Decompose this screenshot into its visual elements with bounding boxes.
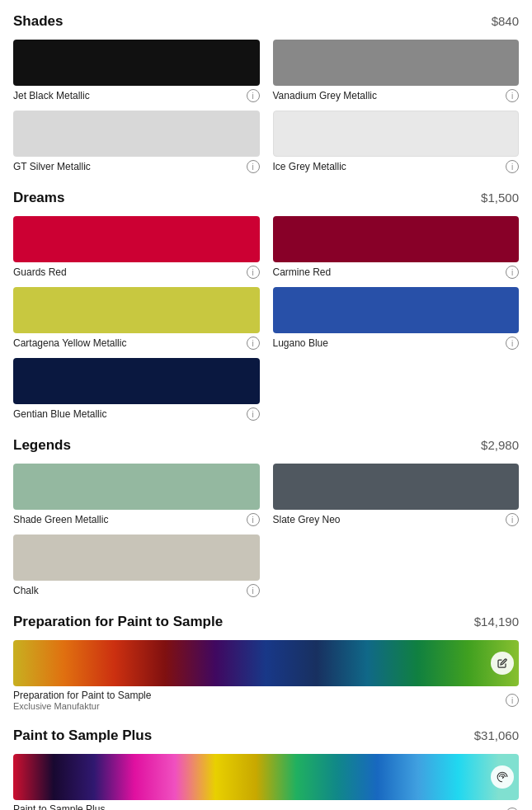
gt-silver-label: GT Silver Metallic [13,161,91,172]
gentian-blue-label: Gentian Blue Metallic [13,408,106,420]
carmine-red-label: Carmine Red [273,266,332,278]
shades-grid: Jet Black Metallic i Vanadium Grey Metal… [13,40,519,173]
page-container: Shades $840 Jet Black Metallic i Vanadiu… [0,0,532,810]
paint-to-sample-plus-main-label: Paint to Sample Plus [13,803,105,810]
color-item-vanadium-grey: Vanadium Grey Metallic i [273,40,520,102]
legends-header: Legends $2,980 [13,437,519,454]
ice-grey-label: Ice Grey Metallic [273,161,346,172]
cartagena-yellow-info-icon[interactable]: i [247,337,260,350]
paint-to-sample-sub-label: Exclusive Manufaktur [13,701,151,711]
shade-green-label: Shade Green Metallic [13,514,108,525]
chalk-info-icon[interactable]: i [247,584,260,597]
shade-green-info-icon[interactable]: i [247,513,260,526]
shades-price: $840 [492,14,519,28]
jet-black-swatch[interactable] [13,40,260,86]
paint-to-sample-main-label: Preparation for Paint to Sample [13,690,151,701]
paint-to-sample-plus-fingerprint-button[interactable] [491,765,514,789]
section-paint-to-sample-plus: Paint to Sample Plus $31,060 Paint to S [13,728,519,810]
section-dreams: Dreams $1,500 Guards Red i Carmine Red i [13,190,519,421]
chalk-swatch[interactable] [13,535,260,581]
color-item-carmine-red: Carmine Red i [273,216,520,279]
vanadium-grey-info-icon[interactable]: i [506,89,519,102]
paint-to-sample-info-icon[interactable]: i [506,694,519,707]
color-item-chalk: Chalk i [13,535,260,597]
paint-to-sample-plus-price: $31,060 [474,728,519,742]
carmine-red-swatch[interactable] [273,216,520,262]
lugano-blue-swatch[interactable] [273,287,520,333]
lugano-blue-label: Lugano Blue [273,337,328,349]
paint-to-sample-edit-button[interactable] [491,652,514,675]
lugano-blue-info-icon[interactable]: i [506,337,519,350]
color-item-ice-grey: Ice Grey Metallic i [273,111,520,173]
dreams-grid: Guards Red i Carmine Red i Cartagena Yel… [13,216,519,350]
cartagena-yellow-label: Cartagena Yellow Metallic [13,337,126,349]
legends-grid-row2: Chalk i [13,535,519,597]
gt-silver-swatch[interactable] [13,111,260,157]
color-item-cartagena-yellow: Cartagena Yellow Metallic i [13,287,260,350]
color-item-lugano-blue: Lugano Blue i [273,287,520,350]
dreams-price: $1,500 [481,191,519,205]
color-item-guards-red: Guards Red i [13,216,260,279]
shades-title: Shades [13,13,63,30]
paint-to-sample-price: $14,190 [474,615,519,629]
paint-to-sample-swatch[interactable] [13,640,519,686]
legends-empty-cell [273,535,520,597]
ice-grey-swatch[interactable] [273,111,520,157]
ice-grey-info-icon[interactable]: i [506,160,519,173]
legends-title: Legends [13,437,71,454]
slate-grey-info-icon[interactable]: i [506,513,519,526]
shade-green-swatch[interactable] [13,464,260,510]
vanadium-grey-swatch[interactable] [273,40,520,86]
color-item-shade-green: Shade Green Metallic i [13,464,260,526]
paint-to-sample-plus-header: Paint to Sample Plus $31,060 [13,728,519,744]
gentian-blue-info-icon[interactable]: i [247,407,260,421]
shades-header: Shades $840 [13,13,519,30]
legends-grid: Shade Green Metallic i Slate Grey Neo i [13,464,519,526]
guards-red-label: Guards Red [13,266,67,278]
section-paint-to-sample: Preparation for Paint to Sample $14,190 … [13,614,519,711]
paint-to-sample-plus-title: Paint to Sample Plus [13,728,152,744]
dreams-empty-cell [273,358,520,421]
color-item-gt-silver: GT Silver Metallic i [13,111,260,173]
dreams-header: Dreams $1,500 [13,190,519,206]
chalk-label: Chalk [13,585,39,596]
guards-red-info-icon[interactable]: i [247,266,260,279]
slate-grey-swatch[interactable] [273,464,520,510]
cartagena-yellow-swatch[interactable] [13,287,260,333]
gt-silver-info-icon[interactable]: i [247,160,260,173]
paint-to-sample-plus-swatch[interactable] [13,754,519,800]
jet-black-info-icon[interactable]: i [247,89,260,102]
dreams-grid-row3: Gentian Blue Metallic i [13,358,519,421]
section-shades: Shades $840 Jet Black Metallic i Vanadiu… [13,13,519,173]
vanadium-grey-label: Vanadium Grey Metallic [273,90,378,101]
color-item-gentian-blue: Gentian Blue Metallic i [13,358,260,421]
section-legends: Legends $2,980 Shade Green Metallic i Sl… [13,437,519,597]
paint-to-sample-title: Preparation for Paint to Sample [13,614,223,630]
color-item-slate-grey: Slate Grey Neo i [273,464,520,526]
legends-price: $2,980 [481,438,519,452]
slate-grey-label: Slate Grey Neo [273,514,341,525]
jet-black-label: Jet Black Metallic [13,90,90,101]
dreams-title: Dreams [13,190,64,206]
gentian-blue-swatch[interactable] [13,358,260,404]
carmine-red-info-icon[interactable]: i [506,266,519,279]
paint-to-sample-header: Preparation for Paint to Sample $14,190 [13,614,519,630]
guards-red-swatch[interactable] [13,216,260,262]
color-item-jet-black: Jet Black Metallic i [13,40,260,102]
